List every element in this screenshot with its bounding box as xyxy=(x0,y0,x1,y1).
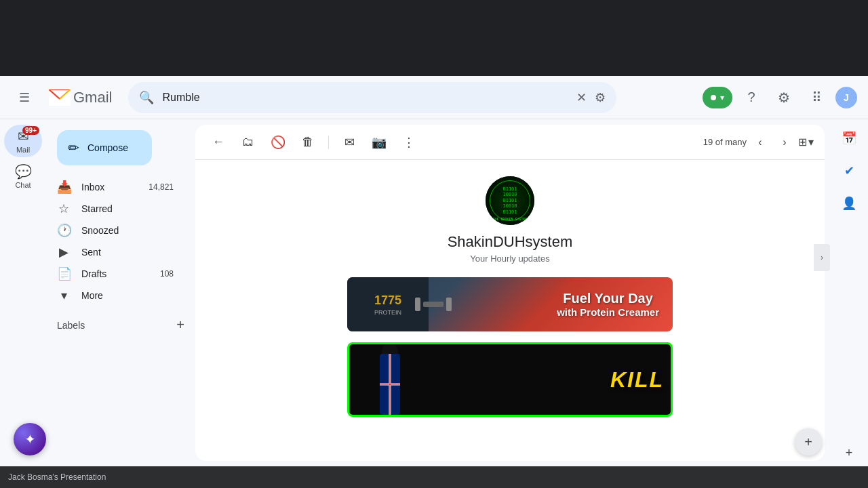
sidebar-item-more[interactable]: ▾ More xyxy=(46,285,184,306)
report-icon: 🚫 xyxy=(271,135,285,150)
back-icon: ← xyxy=(212,135,224,149)
delete-button[interactable]: 🗑 xyxy=(296,130,320,155)
right-panel-plus-button[interactable]: + xyxy=(835,439,863,466)
inbox-label: Inbox xyxy=(81,182,138,192)
compose-label: Compose xyxy=(87,142,128,153)
snooze-button[interactable]: 📷 xyxy=(367,130,391,155)
status-dot xyxy=(711,95,716,100)
sidebar-wide: ✏ Compose 📥 Inbox 14,821 ☆ Starred 🕐 Sno… xyxy=(46,119,195,466)
right-panel-tasks-button[interactable]: ✔ xyxy=(835,157,863,184)
sender-avatar: 01101 10010 01101 10010 01101 THE BROKEN… xyxy=(486,176,534,225)
bottom-bar-text: Jack Bosma's Presentation xyxy=(8,472,106,482)
next-email-button[interactable]: › xyxy=(774,131,795,153)
avatar-background: 01101 10010 01101 10010 01101 THE BROKEN… xyxy=(486,176,534,225)
help-icon: ? xyxy=(747,89,755,105)
figure-silhouette xyxy=(363,344,417,415)
sidebar-item-drafts[interactable]: 📄 Drafts 108 xyxy=(46,263,184,285)
labels-title: Labels xyxy=(57,320,85,331)
banner-headline: Fuel Your Day xyxy=(557,291,659,306)
sidebar-item-starred[interactable]: ☆ Starred xyxy=(46,198,184,220)
more-actions-button[interactable]: ⋮ xyxy=(397,130,421,155)
email-toolbar: ← 🗂 🚫 🗑 ✉ 📷 ⋮ xyxy=(195,125,825,160)
sidebar-item-snoozed[interactable]: 🕐 Snoozed xyxy=(46,220,184,241)
archive-button[interactable]: 🗂 xyxy=(236,130,260,155)
inbox-icon: 📥 xyxy=(57,180,71,195)
kill-text: KILL xyxy=(610,367,664,392)
email-pagination: 19 of many ‹ › ⊞ ▾ xyxy=(703,131,814,153)
avatar-circle xyxy=(490,180,530,221)
chat-label: Chat xyxy=(15,181,31,189)
labels-header: Labels + xyxy=(46,312,195,338)
apps-icon: ⠿ xyxy=(812,89,822,106)
prev-email-button[interactable]: ‹ xyxy=(749,131,771,153)
sidebar-narrow-item-chat[interactable]: 💬 Chat xyxy=(4,160,42,192)
snoozed-label: Snoozed xyxy=(81,225,174,236)
prev-icon: ‹ xyxy=(758,136,762,148)
drafts-count: 108 xyxy=(160,269,174,279)
protein-banner: 1775 PROTEIN Fuel Your Day with xyxy=(347,277,673,331)
sent-label: Sent xyxy=(81,247,174,258)
panel-expand-button[interactable]: › xyxy=(814,244,830,271)
inbox-count: 14,821 xyxy=(149,182,174,192)
menu-button[interactable]: ☰ xyxy=(11,84,38,111)
header-actions: ▾ ? ⚙ ⠿ J xyxy=(703,84,857,111)
compose-button[interactable]: ✏ Compose xyxy=(57,130,152,165)
sent-icon: ▶ xyxy=(57,245,71,260)
right-panel-calendar-button[interactable]: 📅 xyxy=(835,125,863,152)
tasks-icon: ✔ xyxy=(844,163,854,178)
dumbbell-visual xyxy=(415,298,452,311)
report-spam-button[interactable]: 🚫 xyxy=(266,130,290,155)
search-input[interactable] xyxy=(162,92,568,104)
view-chevron-icon: ▾ xyxy=(808,136,814,148)
more-label: More xyxy=(81,290,174,301)
search-options-button[interactable]: ⚙ xyxy=(595,90,606,105)
banner-subheadline: with Protein Creamer xyxy=(557,306,659,318)
chat-icon: 💬 xyxy=(15,163,32,180)
apps-button[interactable]: ⠿ xyxy=(803,84,830,111)
search-clear-button[interactable]: ✕ xyxy=(576,90,587,105)
next-icon: › xyxy=(783,136,786,148)
settings-button[interactable]: ⚙ xyxy=(770,84,797,111)
status-chevron-icon: ▾ xyxy=(720,93,724,102)
starred-icon: ☆ xyxy=(57,201,71,216)
search-bar: 🔍 ✕ ⚙ xyxy=(128,82,616,113)
more-chevron-icon: ▾ xyxy=(57,288,71,303)
status-chip[interactable]: ▾ xyxy=(703,87,732,108)
bottom-bar: Jack Bosma's Presentation xyxy=(0,466,868,488)
fab-plus-button[interactable]: + xyxy=(795,428,822,455)
calendar-icon: 📅 xyxy=(842,131,856,146)
snooze-icon: 📷 xyxy=(372,135,387,150)
notif-orb-icon: ✦ xyxy=(24,431,36,447)
more-icon: ⋮ xyxy=(403,135,415,150)
gmail-text: Gmail xyxy=(73,89,112,106)
sidebar-item-inbox[interactable]: 📥 Inbox 14,821 xyxy=(46,176,184,198)
sidebar-narrow-item-mail[interactable]: 99+ ✉ Mail xyxy=(4,125,42,157)
hamburger-icon: ☰ xyxy=(19,90,30,105)
email-viewer: ← 🗂 🚫 🗑 ✉ 📷 ⋮ xyxy=(195,125,825,461)
avatar: J xyxy=(844,92,849,103)
search-icon: 🔍 xyxy=(139,90,154,105)
add-label-button[interactable]: + xyxy=(176,317,184,333)
mark-unread-button[interactable]: ✉ xyxy=(337,130,361,155)
avatar-label: THE BROKEN SYSTEM xyxy=(492,217,527,221)
gmail-m-icon xyxy=(49,89,71,106)
plus-icon: + xyxy=(846,446,853,460)
drafts-label: Drafts xyxy=(81,268,149,279)
notification-orb[interactable]: ✦ xyxy=(14,423,46,455)
toolbar-divider xyxy=(328,136,329,149)
back-button[interactable]: ← xyxy=(206,130,231,155)
right-panel-contacts-button[interactable]: 👤 xyxy=(835,190,863,217)
help-button[interactable]: ? xyxy=(738,84,765,111)
kill-banner: KILL xyxy=(347,342,673,417)
settings-icon: ⚙ xyxy=(778,89,790,106)
email-count-text: 19 of many xyxy=(703,137,747,147)
view-toggle-button[interactable]: ⊞ ▾ xyxy=(798,136,814,148)
gmail-logo: Gmail xyxy=(49,89,112,106)
sidebar-item-sent[interactable]: ▶ Sent xyxy=(46,241,184,263)
avatar-button[interactable]: J xyxy=(835,87,857,108)
email-content: 01101 10010 01101 10010 01101 THE BROKEN… xyxy=(195,160,825,461)
banner-protein-bg: 1775 PROTEIN Fuel Your Day with xyxy=(347,277,673,331)
fab-plus-icon: + xyxy=(804,434,812,450)
expand-icon: › xyxy=(821,253,823,262)
right-panel: 📅 ✔ 👤 + xyxy=(830,119,868,466)
